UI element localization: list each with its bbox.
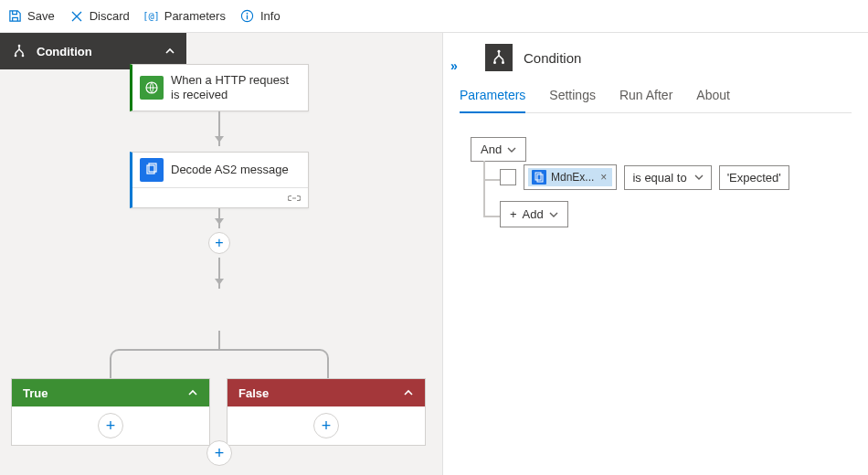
add-action-false-button[interactable]: + <box>313 413 339 438</box>
discard-icon <box>69 9 84 24</box>
save-icon <box>7 9 22 24</box>
trigger-label: When a HTTP request is received <box>171 73 301 103</box>
action-node-decode-as2[interactable]: Decode AS2 message <box>130 152 309 208</box>
condition-builder: And MdnEx... × <box>460 137 852 162</box>
chevron-down-icon <box>507 145 516 154</box>
flow-arrow <box>218 208 220 228</box>
chevron-up-icon <box>164 46 175 57</box>
flow-canvas[interactable]: When a HTTP request is received Decode A… <box>0 33 443 475</box>
info-label: Info <box>260 9 281 23</box>
save-label: Save <box>27 9 55 23</box>
row-checkbox[interactable] <box>500 169 516 185</box>
false-label: False <box>238 386 269 400</box>
details-panel: » Condition Parameters Settings Run Afte… <box>443 33 868 475</box>
add-step-end-button[interactable]: + <box>206 440 232 466</box>
info-button[interactable]: Info <box>240 9 281 24</box>
flow-arrow <box>218 258 220 289</box>
tree-line <box>483 161 485 216</box>
branch-connector <box>110 349 329 382</box>
svg-text:[@]: [@] <box>144 10 158 21</box>
add-row: + Add <box>500 201 568 227</box>
add-action-true-button[interactable]: + <box>98 413 123 438</box>
add-condition-button[interactable]: + Add <box>500 201 568 227</box>
add-label: Add <box>523 207 544 221</box>
condition-row: MdnEx... × is equal to 'Expected' <box>500 164 789 190</box>
document-icon <box>532 170 546 185</box>
trigger-node-http[interactable]: When a HTTP request is received <box>130 64 309 111</box>
copy-icon <box>140 158 164 182</box>
info-icon <box>240 9 255 24</box>
chevron-up-icon <box>187 387 198 398</box>
add-step-button[interactable]: + <box>208 232 230 254</box>
svg-point-2 <box>247 13 249 15</box>
group-operator-label: And <box>481 142 502 156</box>
left-operand-input[interactable]: MdnEx... × <box>524 164 617 190</box>
parameters-button[interactable]: [@] Parameters <box>144 9 226 24</box>
tree-line <box>483 216 500 217</box>
condition-icon <box>485 44 513 71</box>
svg-rect-14 <box>537 174 543 182</box>
discard-label: Discard <box>90 9 130 23</box>
decode-label: Decode AS2 message <box>171 163 289 177</box>
node-footer <box>132 187 308 207</box>
group-operator-dropdown[interactable]: And <box>471 137 526 162</box>
plus-icon: + <box>510 207 517 221</box>
branch-connector <box>218 331 220 351</box>
right-operand-input[interactable]: 'Expected' <box>719 165 789 190</box>
collapse-panel-button[interactable]: » <box>450 58 458 73</box>
svg-rect-6 <box>149 164 156 172</box>
chevron-down-icon <box>694 173 704 182</box>
svg-point-12 <box>502 61 504 64</box>
tab-run-after[interactable]: Run After <box>619 88 672 112</box>
discard-button[interactable]: Discard <box>69 9 130 24</box>
expression-token[interactable]: MdnEx... × <box>528 168 612 186</box>
token-label: MdnEx... <box>551 171 594 184</box>
true-label: True <box>23 386 48 400</box>
tree-line <box>483 179 500 181</box>
svg-point-8 <box>15 55 17 58</box>
parameters-icon: [@] <box>144 9 159 24</box>
svg-point-10 <box>498 50 501 53</box>
false-branch[interactable]: False + <box>227 378 426 446</box>
svg-point-7 <box>18 45 21 48</box>
svg-rect-3 <box>247 16 248 20</box>
svg-rect-13 <box>535 173 541 180</box>
condition-label: Condition <box>37 45 92 58</box>
flow-arrow <box>218 111 220 146</box>
chevron-up-icon <box>403 387 414 398</box>
tab-about[interactable]: About <box>696 88 730 112</box>
toolbar: Save Discard [@] Parameters Info <box>0 0 868 33</box>
condition-icon <box>11 43 27 59</box>
parameters-label: Parameters <box>164 9 226 23</box>
link-icon <box>288 194 301 203</box>
tab-settings[interactable]: Settings <box>549 88 596 112</box>
remove-token-button[interactable]: × <box>598 171 609 184</box>
save-button[interactable]: Save <box>7 9 55 24</box>
panel-title: Condition <box>524 50 581 66</box>
http-icon <box>140 76 164 100</box>
tab-parameters[interactable]: Parameters <box>460 88 525 113</box>
chevron-down-icon <box>549 210 558 219</box>
svg-point-11 <box>493 61 496 64</box>
svg-point-9 <box>22 55 25 58</box>
operator-dropdown[interactable]: is equal to <box>624 165 711 190</box>
true-branch[interactable]: True + <box>11 378 210 446</box>
svg-rect-5 <box>147 165 154 174</box>
main-split: When a HTTP request is received Decode A… <box>0 33 868 475</box>
operator-label: is equal to <box>632 171 686 185</box>
panel-tabs: Parameters Settings Run After About <box>460 88 852 113</box>
